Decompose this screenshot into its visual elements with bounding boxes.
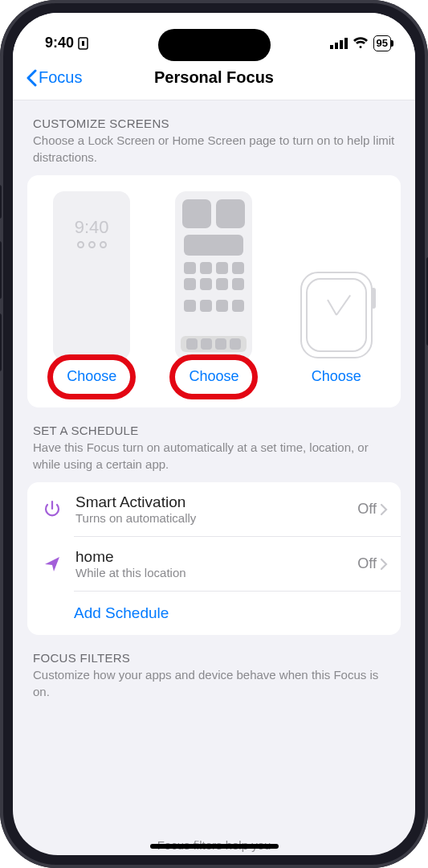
home-screen-preview[interactable] xyxy=(175,191,252,360)
customize-screens-card: 9:40 Choose xyxy=(27,175,401,407)
chevron-left-icon xyxy=(26,69,37,87)
chevron-right-icon xyxy=(380,503,388,516)
customize-desc: Choose a Lock Screen or Home Screen page… xyxy=(33,132,395,166)
ringer-switch xyxy=(0,185,2,219)
volume-down xyxy=(0,313,2,371)
svg-rect-4 xyxy=(340,40,343,49)
iphone-frame: 9:40 95 Focus Personal Focus CUSTOMIZE xyxy=(0,0,428,868)
screen: 9:40 95 Focus Personal Focus CUSTOMIZE xyxy=(13,13,415,855)
back-label: Focus xyxy=(39,68,82,87)
schedule-card: Smart Activation Turns on automatically … xyxy=(27,482,401,635)
lock-screen-col: 9:40 Choose xyxy=(35,191,148,385)
location-arrow-icon xyxy=(40,555,64,574)
watch-face-preview[interactable] xyxy=(300,272,373,358)
lock-preview-time: 9:40 xyxy=(75,217,109,238)
dynamic-island xyxy=(158,29,271,61)
battery-pct: 95 xyxy=(377,37,388,49)
smart-activation-value: Off xyxy=(357,501,377,518)
back-button[interactable]: Focus xyxy=(26,68,82,87)
svg-rect-2 xyxy=(330,45,333,49)
volume-up xyxy=(0,241,2,299)
location-value: Off xyxy=(357,555,377,572)
battery-badge: 95 xyxy=(373,35,391,51)
choose-lock-screen-button[interactable]: Choose xyxy=(67,368,116,385)
filters-section-header: FOCUS FILTERS Customize how your apps an… xyxy=(13,635,415,700)
add-schedule-button[interactable]: Add Schedule xyxy=(27,592,401,635)
smart-activation-sub: Turns on automatically xyxy=(75,511,346,525)
smart-activation-title: Smart Activation xyxy=(75,493,346,511)
filters-desc: Customize how your apps and device behav… xyxy=(33,666,395,700)
customize-title: CUSTOMIZE SCREENS xyxy=(33,117,395,130)
chevron-right-icon xyxy=(380,558,388,571)
power-icon xyxy=(40,499,64,520)
wifi-icon xyxy=(353,37,369,49)
location-title: home xyxy=(75,548,346,566)
location-schedule-row[interactable]: home While at this location Off xyxy=(27,537,401,591)
portrait-lock-icon xyxy=(78,37,88,50)
nav-header: Focus Personal Focus xyxy=(13,57,415,100)
schedule-desc: Have this Focus turn on automatically at… xyxy=(33,439,395,473)
lock-preview-widgets xyxy=(77,241,107,248)
home-screen-col: Choose xyxy=(157,191,270,385)
page-title: Personal Focus xyxy=(154,68,274,87)
choose-watch-face-button[interactable]: Choose xyxy=(312,368,361,385)
svg-rect-5 xyxy=(344,38,348,49)
status-time: 9:40 xyxy=(45,35,74,51)
content-scroll[interactable]: CUSTOMIZE SCREENS Choose a Lock Screen o… xyxy=(13,100,415,855)
smart-activation-row[interactable]: Smart Activation Turns on automatically … xyxy=(27,482,401,536)
schedule-title: SET A SCHEDULE xyxy=(33,424,395,437)
watch-face-col: Choose xyxy=(280,272,393,385)
svg-rect-3 xyxy=(335,43,338,49)
location-sub: While at this location xyxy=(75,566,346,579)
filters-title: FOCUS FILTERS xyxy=(33,651,395,665)
home-indicator[interactable] xyxy=(150,844,279,849)
choose-home-screen-button[interactable]: Choose xyxy=(189,368,238,385)
lock-screen-preview[interactable]: 9:40 xyxy=(53,191,130,360)
schedule-section-header: SET A SCHEDULE Have this Focus turn on a… xyxy=(13,407,415,473)
svg-rect-1 xyxy=(82,41,84,46)
customize-section-header: CUSTOMIZE SCREENS Choose a Lock Screen o… xyxy=(13,100,415,166)
cellular-icon xyxy=(330,38,348,49)
